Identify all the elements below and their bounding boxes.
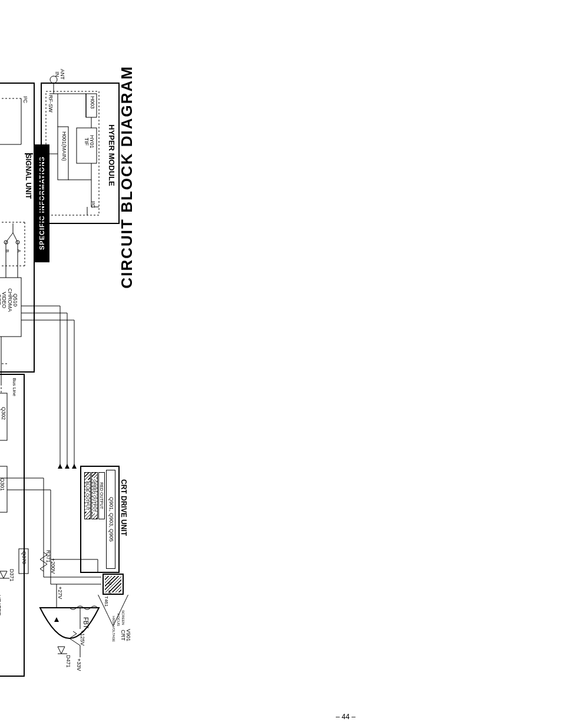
circuit-block-diagram: I²C bbox=[0, 65, 145, 684]
red-output: RED OUTPUT bbox=[98, 472, 105, 519]
svg-marker-60 bbox=[72, 464, 77, 469]
svg-marker-64 bbox=[54, 617, 59, 622]
crt-label: V901 CRT bbox=[120, 629, 131, 641]
q510: Q510 CHROMA VIDEO DEF. bbox=[0, 288, 18, 312]
svg-point-15 bbox=[4, 241, 8, 244]
screen-lbl: SCREEN bbox=[121, 610, 125, 625]
fbt-lbl: FBT bbox=[82, 617, 89, 628]
hy01-label: HY01 TIF bbox=[83, 135, 94, 149]
r371: R371 bbox=[45, 550, 51, 563]
diagram-rotated-wrap: I²C bbox=[0, 65, 145, 417]
d471: D471 bbox=[65, 655, 71, 668]
t461-lbl: T461 bbox=[104, 596, 108, 607]
q301: Q301 V OUTPUT bbox=[0, 471, 5, 498]
p125v: +125V bbox=[80, 630, 85, 645]
blue-output: BLUE OUTPUT bbox=[84, 472, 91, 519]
busline: Bus Line bbox=[12, 378, 16, 396]
p27v: +27V bbox=[57, 587, 62, 599]
h001-label: H001(MAIN) bbox=[61, 131, 67, 161]
rfsw-label: RF-SW bbox=[48, 95, 53, 113]
q302: Q302 EW CORRECTION bbox=[0, 396, 6, 431]
page-number: – 44 – bbox=[336, 713, 355, 721]
svg-marker-62 bbox=[58, 464, 62, 469]
q370: Q370 bbox=[21, 551, 27, 564]
focus-lbl: FOCUS bbox=[117, 614, 120, 626]
a-lbl: A bbox=[16, 249, 21, 252]
q901-box: Q901, Q903, Q905 bbox=[106, 470, 115, 569]
svg-point-14 bbox=[16, 241, 19, 244]
d371: D371 bbox=[9, 569, 14, 582]
p33v: +33V bbox=[76, 658, 81, 671]
ant-in-label: ANT IN bbox=[54, 69, 65, 80]
green-output: GREEN OUTPUT bbox=[91, 472, 98, 519]
svg-rect-4 bbox=[46, 91, 99, 215]
svg-marker-61 bbox=[65, 464, 70, 469]
crt-drive-title: CRT DRIVE UNIT bbox=[120, 479, 127, 536]
heater: HEATER bbox=[0, 595, 1, 616]
i2c-label: I²C bbox=[90, 201, 95, 208]
svg-rect-1 bbox=[0, 83, 34, 372]
hv-lbl: HIGH VOLTAGE bbox=[112, 616, 115, 642]
svg-text:I²C: I²C bbox=[22, 96, 28, 103]
hyper-module-title: HYPER MODULE bbox=[107, 124, 115, 186]
h-lbl: H bbox=[107, 590, 112, 594]
h003-label: H003 bbox=[90, 96, 95, 109]
v-lbl: V bbox=[107, 582, 112, 585]
b-lbl: B bbox=[5, 249, 9, 252]
signal-unit-title: SIGNAL UNIT bbox=[24, 154, 32, 199]
